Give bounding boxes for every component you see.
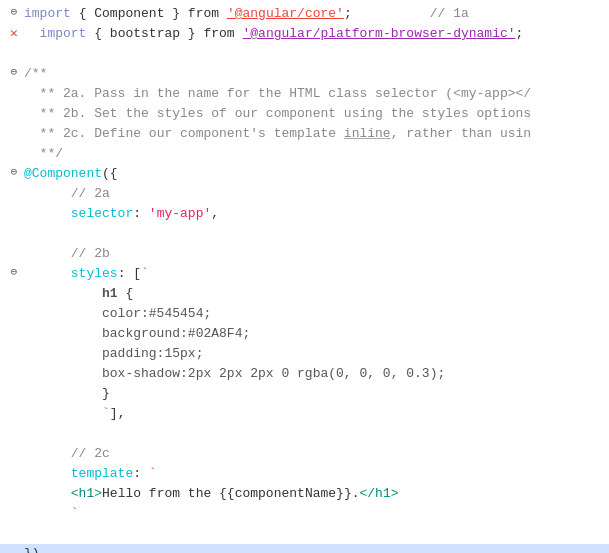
line-gutter — [4, 464, 24, 484]
gutter-spacer — [4, 464, 24, 484]
code-line: // 2b — [0, 244, 609, 264]
line-content: import { bootstrap } from '@angular/plat… — [24, 24, 605, 44]
gutter-spacer — [4, 144, 24, 164]
line-gutter — [4, 84, 24, 104]
code-line — [0, 44, 609, 64]
line-gutter: ⊖ — [4, 64, 24, 81]
code-line: ✕ import { bootstrap } from '@angular/pl… — [0, 24, 609, 44]
gutter-spacer — [4, 124, 24, 144]
code-line: padding:15px; — [0, 344, 609, 364]
line-gutter — [4, 144, 24, 164]
line-content: background:#02A8F4; — [24, 324, 605, 344]
line-content: template: ` — [24, 464, 605, 484]
code-line: ⊖import { Component } from '@angular/cor… — [0, 4, 609, 24]
line-gutter: ⊖ — [4, 264, 24, 281]
line-gutter — [4, 204, 24, 224]
code-line: ⊖@Component({ — [0, 164, 609, 184]
line-content: // 2b — [24, 244, 605, 264]
code-editor: ⊖import { Component } from '@angular/cor… — [0, 0, 609, 553]
line-gutter — [4, 244, 24, 264]
line-content: ** 2b. Set the styles of our component u… — [24, 104, 605, 124]
line-gutter — [4, 424, 24, 444]
gutter-spacer — [4, 44, 24, 64]
line-content: ` — [24, 504, 605, 524]
line-gutter — [4, 504, 24, 524]
gutter-spacer — [4, 204, 24, 224]
line-gutter — [4, 184, 24, 204]
code-line: ⊖ styles: [` — [0, 264, 609, 284]
line-content: styles: [` — [24, 264, 605, 284]
gutter-spacer — [4, 424, 24, 444]
code-line: } — [0, 384, 609, 404]
code-line — [0, 224, 609, 244]
line-content: ** 2a. Pass in the name for the HTML cla… — [24, 84, 605, 104]
gutter-spacer — [4, 104, 24, 124]
line-gutter — [4, 444, 24, 464]
code-line: ` — [0, 504, 609, 524]
line-content: import { Component } from '@angular/core… — [24, 4, 605, 24]
line-content: h1 { — [24, 284, 605, 304]
line-gutter — [4, 104, 24, 124]
line-content: **/ — [24, 144, 605, 164]
collapse-icon[interactable]: ⊖ — [11, 64, 18, 81]
code-line: }) — [0, 544, 609, 553]
gutter-spacer — [4, 524, 24, 544]
line-gutter — [4, 224, 24, 244]
code-line: <h1>Hello from the {{componentName}}.</h… — [0, 484, 609, 504]
code-line: // 2c — [0, 444, 609, 464]
gutter-spacer — [4, 484, 24, 504]
code-line: box-shadow:2px 2px 2px 0 rgba(0, 0, 0, 0… — [0, 364, 609, 384]
line-content: }) — [24, 544, 605, 553]
line-content: // 2a — [24, 184, 605, 204]
code-line: ⊖/** — [0, 64, 609, 84]
code-line: ** 2b. Set the styles of our component u… — [0, 104, 609, 124]
line-content: `], — [24, 404, 605, 424]
gutter-spacer — [4, 184, 24, 204]
collapse-icon[interactable]: ⊖ — [11, 4, 18, 21]
line-gutter — [4, 284, 24, 304]
gutter-spacer — [4, 304, 24, 324]
line-gutter: ⊖ — [4, 164, 24, 181]
line-gutter — [4, 324, 24, 344]
gutter-spacer — [4, 544, 24, 553]
gutter-spacer — [4, 344, 24, 364]
line-content: /** — [24, 64, 605, 84]
line-gutter — [4, 44, 24, 64]
line-content: color:#545454; — [24, 304, 605, 324]
line-content: selector: 'my-app', — [24, 204, 605, 224]
gutter-spacer — [4, 364, 24, 384]
line-gutter — [4, 484, 24, 504]
code-line — [0, 424, 609, 444]
code-line: color:#545454; — [0, 304, 609, 324]
line-content: ** 2c. Define our component's template i… — [24, 124, 605, 144]
line-content: padding:15px; — [24, 344, 605, 364]
code-line: // 2a — [0, 184, 609, 204]
line-gutter — [4, 304, 24, 324]
gutter-spacer — [4, 224, 24, 244]
line-content: box-shadow:2px 2px 2px 0 rgba(0, 0, 0, 0… — [24, 364, 605, 384]
line-content: // 2c — [24, 444, 605, 464]
code-line: `], — [0, 404, 609, 424]
line-gutter — [4, 384, 24, 404]
code-line: ** 2c. Define our component's template i… — [0, 124, 609, 144]
gutter-spacer — [4, 324, 24, 344]
gutter-spacer — [4, 404, 24, 424]
line-gutter — [4, 524, 24, 544]
error-icon: ✕ — [10, 24, 18, 44]
code-line: template: ` — [0, 464, 609, 484]
code-line: ** 2a. Pass in the name for the HTML cla… — [0, 84, 609, 104]
line-gutter — [4, 364, 24, 384]
line-gutter: ⊖ — [4, 4, 24, 21]
code-line — [0, 524, 609, 544]
code-line: **/ — [0, 144, 609, 164]
line-content: } — [24, 384, 605, 404]
gutter-spacer — [4, 244, 24, 264]
collapse-icon[interactable]: ⊖ — [11, 164, 18, 181]
gutter-spacer — [4, 284, 24, 304]
gutter-spacer — [4, 84, 24, 104]
line-gutter — [4, 404, 24, 424]
code-line: selector: 'my-app', — [0, 204, 609, 224]
gutter-spacer — [4, 384, 24, 404]
line-content: @Component({ — [24, 164, 605, 184]
collapse-icon[interactable]: ⊖ — [11, 264, 18, 281]
